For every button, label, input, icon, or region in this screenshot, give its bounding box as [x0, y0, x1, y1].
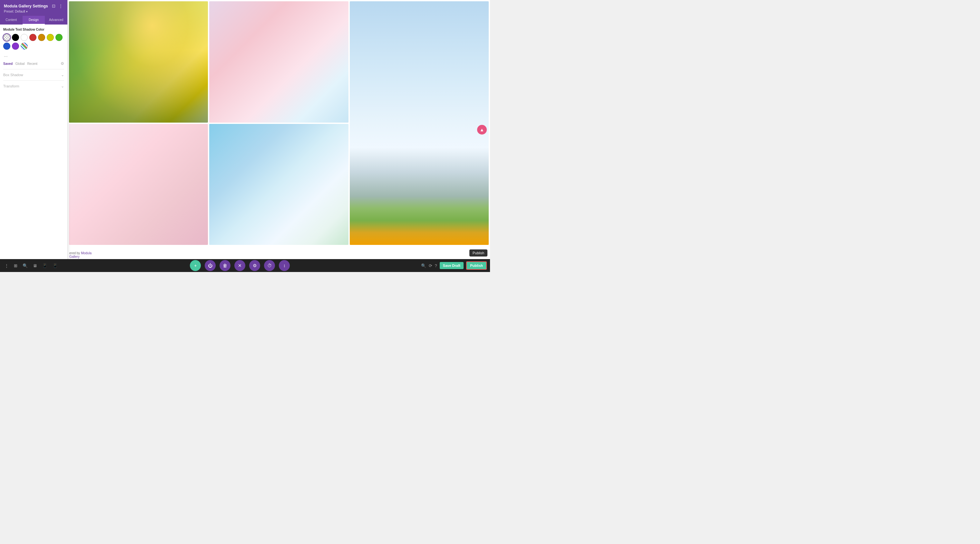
powered-by-text: ered by — [69, 251, 81, 255]
gallery-img-sky[interactable] — [350, 1, 489, 245]
gallery-area: ▲ — [0, 0, 490, 259]
powered-by: ered by ModulaGallery — [69, 251, 92, 258]
chevron-down-icon-transform: ⌄ — [61, 84, 64, 88]
toolbar-tablet-button[interactable]: 📱 — [41, 263, 48, 269]
more-colors-button[interactable]: ··· — [4, 54, 8, 59]
panel-more-button[interactable]: ⋮ — [58, 3, 64, 9]
color-tab-saved[interactable]: Saved — [3, 62, 13, 65]
panel-tabs: Content Design Advanced — [0, 16, 67, 24]
color-section: Module Text Shadow Color ··· Saved — [3, 28, 64, 66]
gallery-img-grass[interactable] — [69, 1, 208, 123]
chevron-down-icon: ⌄ — [61, 73, 64, 77]
accordion-transform-header[interactable]: Transform ⌄ — [3, 84, 64, 88]
settings-panel: Modula Gallery Settings ⊡ ⋮ Preset: Defa… — [0, 0, 68, 272]
color-tab-global[interactable]: Global — [15, 62, 24, 65]
swatch-orange[interactable] — [38, 34, 45, 41]
toolbar-grid-button[interactable]: ⊞ — [13, 263, 18, 269]
chevron-down-icon: ▾ — [26, 10, 28, 13]
search-icon-right[interactable]: 🔍 — [421, 263, 426, 268]
panel-header: Modula Gallery Settings ⊡ ⋮ Preset: Defa… — [0, 0, 67, 16]
help-icon[interactable]: ? — [435, 263, 437, 268]
color-swatches — [3, 34, 64, 50]
toolbar-menu-button[interactable]: ⋮ — [4, 263, 10, 269]
save-draft-button[interactable]: Save Draft — [440, 262, 464, 269]
bottom-toolbar: ⋮ ⊞ 🔍 🖥 📱 📱 + ⏻ 🗑 ✕ ⚙ ⏱ ↕ 🔍 ⟳ ? Save Dra… — [0, 259, 490, 272]
toolbar-search-button[interactable]: 🔍 — [22, 263, 29, 269]
tab-design[interactable]: Design — [22, 16, 45, 24]
color-tabs: Saved Global Recent ⚙ — [3, 61, 64, 66]
toolbar-desktop-button[interactable]: 🖥 — [32, 263, 38, 269]
toolbar-left: ⋮ ⊞ 🔍 🖥 📱 📱 — [0, 263, 62, 269]
panel-content: Module Text Shadow Color ··· Saved — [0, 24, 67, 262]
panel-preset[interactable]: Preset: Default ▾ — [4, 10, 64, 13]
panel-header-icons: ⊡ ⋮ — [51, 3, 64, 9]
swatch-purple[interactable] — [12, 43, 19, 50]
panel-title: Modula Gallery Settings — [4, 4, 48, 8]
gallery-img-pink-blossom[interactable] — [69, 124, 208, 245]
history-button[interactable]: ⏱ — [264, 260, 275, 271]
swatch-blue[interactable] — [3, 43, 10, 50]
panel-screenshot-button[interactable]: ⊡ — [51, 3, 56, 9]
color-section-title: Module Text Shadow Color — [3, 28, 64, 31]
accordion-box-shadow-label: Box Shadow — [3, 73, 23, 77]
swatch-yellow[interactable] — [47, 34, 54, 41]
settings-button[interactable]: ⚙ — [249, 260, 260, 271]
delete-button[interactable]: 🗑 — [220, 260, 231, 271]
swatch-white[interactable] — [21, 34, 28, 41]
accordion-transform: Transform ⌄ — [3, 80, 64, 92]
color-tab-recent[interactable]: Recent — [27, 62, 37, 65]
swatch-transparent[interactable] — [3, 34, 10, 41]
layout-button[interactable]: ↕ — [279, 260, 290, 271]
preset-label: Preset: Default — [4, 10, 25, 13]
scroll-top-button[interactable]: ▲ — [477, 125, 487, 134]
toolbar-right: 🔍 ⟳ ? Save Draft Publish — [418, 262, 490, 270]
panel-header-top: Modula Gallery Settings ⊡ ⋮ — [4, 3, 64, 9]
publish-tooltip: Publish — [469, 249, 487, 257]
toolbar-mobile-button[interactable]: 📱 — [52, 263, 58, 269]
gallery-img-cherry[interactable] — [209, 1, 348, 123]
accordion-box-shadow-header[interactable]: Box Shadow ⌄ — [3, 73, 64, 77]
tab-advanced[interactable]: Advanced — [45, 16, 67, 24]
gallery-grid — [68, 0, 490, 246]
swatch-red[interactable] — [29, 34, 37, 41]
color-settings-icon[interactable]: ⚙ — [60, 61, 64, 66]
chevron-up-icon: ▲ — [480, 127, 484, 132]
swatch-black[interactable] — [12, 34, 19, 41]
close-toolbar-button[interactable]: ✕ — [234, 260, 245, 271]
swatch-multicolor[interactable] — [21, 43, 28, 50]
toolbar-center: + ⏻ 🗑 ✕ ⚙ ⏱ ↕ — [62, 260, 418, 271]
power-button[interactable]: ⏻ — [205, 260, 216, 271]
accordion-box-shadow: Box Shadow ⌄ — [3, 69, 64, 80]
swatch-green[interactable] — [56, 34, 62, 41]
sync-icon[interactable]: ⟳ — [429, 263, 432, 268]
accordion-transform-label: Transform — [3, 84, 19, 88]
publish-button[interactable]: Publish — [466, 262, 487, 270]
gallery-img-white-flowers[interactable] — [209, 124, 348, 245]
add-module-button[interactable]: + — [190, 260, 201, 271]
tab-content[interactable]: Content — [0, 16, 22, 24]
